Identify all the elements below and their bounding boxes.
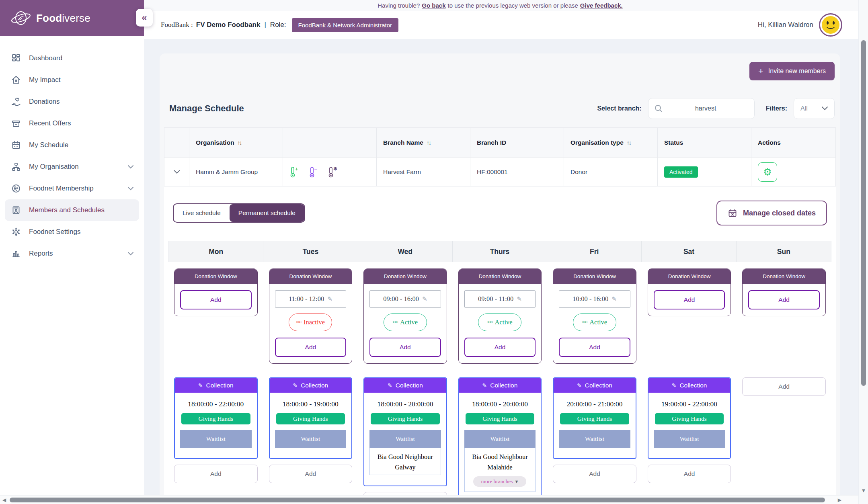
add-donation-window-button[interactable]: Add [748,290,820,309]
sidebar-item-foodnet-settings[interactable]: Foodnet Settings [5,221,139,243]
add-collection-button[interactable]: Add [174,465,258,483]
activity-icon: ≈≈ [296,319,301,326]
collection-card-header[interactable]: ✎Collection [648,378,731,393]
scroll-left-icon[interactable]: ◀ [2,497,6,503]
donation-window-title: Donation Window [648,269,731,284]
sort-icon[interactable]: ↑↓ [427,139,431,146]
sidebar-nav: Dashboard My Impact Donations Recent Off… [0,36,144,264]
add-donation-window-button[interactable]: Add [369,338,441,357]
vertical-scrollbar[interactable]: ▼ [858,0,868,504]
collection-organisation-badge: Giving Hands [181,413,250,424]
sidebar-item-reports[interactable]: Reports [5,243,139,264]
cell-actions: ⚙ [751,157,835,186]
sidebar-item-donations[interactable]: Donations [5,91,139,113]
invite-new-members-button[interactable]: + Invite new members [749,62,835,80]
add-collection-button[interactable]: Add [648,465,731,483]
donation-window-row: Donation Window Add Donation Window 11:0… [168,262,831,364]
donation-time-field[interactable]: 09:00 - 11:00✎ [464,290,536,308]
donation-status-toggle[interactable]: ≈≈Active [478,313,521,331]
pencil-icon[interactable]: ✎ [517,295,522,303]
col-branch-name[interactable]: Branch Name↑↓ [377,128,470,157]
branch-search-input[interactable] [663,105,749,112]
sidebar-item-label: My Schedule [29,141,133,149]
chevron-down-icon [822,107,828,111]
horizontal-scrollbar[interactable]: ◀ ▶ [0,495,858,504]
add-collection-button[interactable]: Add [742,377,826,396]
sidebar-item-members-and-schedules[interactable]: Members and Schedules [5,199,139,221]
cell-branch-name: Harvest Farm [377,157,470,186]
plus-icon: + [758,67,763,76]
tab-permanent-schedule[interactable]: Permanent schedule [230,204,304,222]
sidebar: Foodiverse « Dashboard My Impact Donatio… [0,0,144,504]
main-content: + Invite new members Manage Schedule Sel… [144,39,858,504]
collection-card-header[interactable]: ✎Collection [364,378,446,393]
pencil-icon: ✎ [482,382,487,389]
horizontal-scrollbar-thumb[interactable] [10,498,825,502]
manage-closed-dates-button[interactable]: Manage closed dates [716,201,827,225]
sidebar-item-dashboard[interactable]: Dashboard [5,47,139,69]
chevron-down-icon [128,163,133,171]
give-feedback-link[interactable]: Give feedback. [580,2,623,9]
row-expand-toggle[interactable] [164,157,189,186]
donation-status-toggle[interactable]: ≈≈Active [384,313,427,331]
triangle-down-icon: ▼ [515,479,519,484]
add-donation-window-button[interactable]: Add [464,338,536,357]
collection-card-header[interactable]: ✎Collection [270,378,352,393]
collection-row: ✎Collection 18:00:00 - 22:00:00 Giving H… [168,371,831,504]
gear-icon [10,226,22,238]
sidebar-item-recent-offers[interactable]: Recent Offers [5,113,139,134]
sidebar-item-my-schedule[interactable]: My Schedule [5,134,139,156]
add-collection-button[interactable]: Add [269,465,353,483]
col-organisation[interactable]: Organisation↑↓ [189,128,283,157]
donation-status-toggle[interactable]: ≈≈Inactive [289,313,332,331]
filter-dropdown[interactable]: All [794,98,835,119]
select-branch-label: Select branch: [597,105,641,112]
scroll-right-icon[interactable]: ▶ [838,497,841,503]
vertical-scrollbar-thumb[interactable] [861,40,866,386]
donation-status-toggle[interactable]: ≈≈Active [573,313,616,331]
add-collection-button[interactable]: Add [553,465,636,483]
sidebar-item-my-organisation[interactable]: My Organisation [5,156,139,178]
row-settings-button[interactable]: ⚙ [758,162,777,182]
sidebar-item-my-impact[interactable]: My Impact [5,69,139,91]
add-donation-window-button[interactable]: Add [180,290,252,309]
add-donation-window-button[interactable]: Add [654,290,725,309]
tab-live-schedule[interactable]: Live schedule [174,204,230,222]
sidebar-collapse-button[interactable]: « [136,9,153,27]
collection-card: ✎Collection 18:00:00 - 19:00:00 Giving H… [269,377,353,459]
table-row: Hamm & Jamm Group + − ❄ [164,157,835,186]
scroll-down-icon[interactable]: ▼ [859,488,868,494]
col-actions: Actions [751,128,835,157]
pencil-icon[interactable]: ✎ [611,295,617,303]
activity-icon: ≈≈ [393,319,398,326]
collection-card-header[interactable]: ✎Collection [554,378,636,393]
branch-search[interactable] [648,98,755,119]
app-header: FoodBank : FV Demo Foodbank | Role: Food… [144,11,858,39]
sidebar-item-foodnet-membership[interactable]: Foodnet Membership [5,178,139,199]
sidebar-item-label: Dashboard [29,54,133,62]
collection-organisation-badge: Giving Hands [655,413,724,424]
filter-selected-value: All [800,105,808,112]
pencil-icon[interactable]: ✎ [327,295,332,303]
donation-time-field[interactable]: 09:00 - 16:00✎ [369,290,441,308]
waitlist-box: Waitlist Bia Good Neighbour Malahide mor… [464,430,536,492]
more-branches-toggle[interactable]: more branches▼ [473,476,526,487]
waitlist-bar: Waitlist [559,430,630,448]
user-avatar[interactable] [819,13,842,37]
cell-branch-id: HF:000001 [470,157,564,186]
go-back-link[interactable]: Go back [422,2,445,9]
collection-card-header[interactable]: ✎Collection [175,378,257,393]
add-donation-window-button[interactable]: Add [559,338,630,357]
sort-icon[interactable]: ↑↓ [238,139,242,146]
donation-window-title: Donation Window [364,269,447,284]
collection-col-sat: ✎Collection 19:00:00 - 22:00:00 Giving H… [642,371,737,483]
add-donation-window-button[interactable]: Add [275,338,347,357]
sort-icon[interactable]: ↑↓ [627,139,631,146]
waitlist-branch: Bia Good Neighbour Malahide [465,448,536,475]
donation-time-field[interactable]: 10:00 - 16:00✎ [559,290,630,308]
collection-card-header[interactable]: ✎Collection [459,378,541,393]
pencil-icon[interactable]: ✎ [422,295,427,303]
col-organisation-type[interactable]: Organisation type↑↓ [564,128,658,157]
donation-time-field[interactable]: 11:00 - 12:00✎ [275,290,347,308]
donation-col-tues: Donation Window 11:00 - 12:00✎ ≈≈Inactiv… [263,262,358,364]
